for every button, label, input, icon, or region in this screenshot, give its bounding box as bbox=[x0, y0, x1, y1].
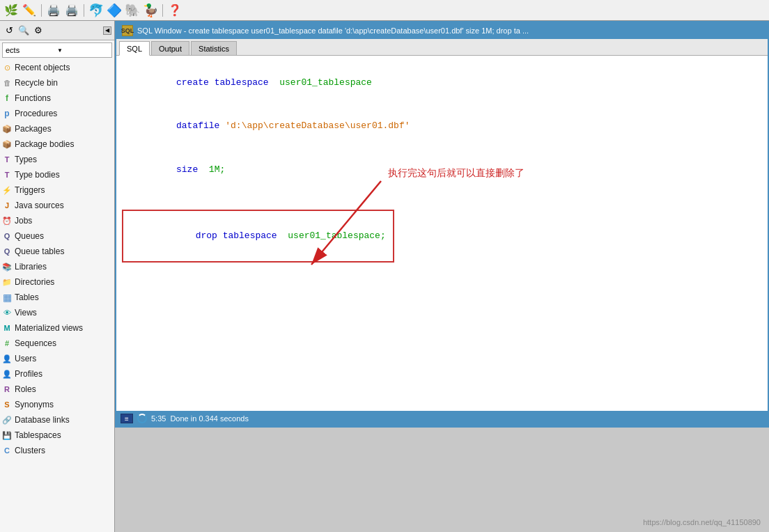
types-icon: T bbox=[1, 154, 13, 165]
sidebar-item-recent-objects[interactable]: ⊙ Recent objects bbox=[0, 60, 114, 75]
sidebar-item-triggers[interactable]: ⚡ Triggers bbox=[0, 182, 114, 198]
sidebar-item-roles[interactable]: R Roles bbox=[0, 382, 114, 397]
database-links-icon: 🔗 bbox=[1, 414, 13, 425]
code-line-5: drop tablespace user01_tablespace; bbox=[130, 214, 386, 258]
sidebar-gear-icon[interactable]: ⚙ bbox=[32, 24, 45, 37]
sidebar-item-label: Tablespaces bbox=[15, 430, 61, 440]
sidebar-item-label: Synonyms bbox=[15, 400, 54, 409]
sidebar-item-queues[interactable]: Q Queues bbox=[0, 228, 114, 244]
sidebar-item-label: Clusters bbox=[15, 446, 45, 455]
sidebar-item-profiles[interactable]: 👤 Profiles bbox=[0, 366, 114, 382]
sidebar-item-label: Profiles bbox=[15, 369, 42, 379]
sidebar-item-label: Users bbox=[15, 354, 36, 363]
recycle-bin-icon: 🗑 bbox=[1, 77, 13, 88]
queue-tables-icon: Q bbox=[1, 246, 13, 257]
toolbar-icon-help[interactable]: ❓ bbox=[166, 3, 183, 18]
status-time: 5:35 bbox=[151, 414, 166, 423]
sidebar-item-tablespaces[interactable]: 💾 Tablespaces bbox=[0, 428, 114, 443]
toolbar-icon-db1[interactable]: 🐬 bbox=[88, 3, 104, 18]
queues-icon: Q bbox=[1, 230, 13, 242]
sidebar-item-sequences[interactable]: # Sequences bbox=[0, 336, 114, 351]
sidebar-item-directories[interactable]: 📁 Directories bbox=[0, 274, 114, 290]
sidebar-objects-dropdown[interactable]: ects ▼ bbox=[2, 42, 112, 58]
sidebar-collapse-button[interactable]: ◀ bbox=[103, 26, 111, 35]
toolbar-icon-plant[interactable]: 🌿 bbox=[3, 3, 20, 18]
sidebar-item-label: Tables bbox=[15, 292, 39, 302]
clusters-icon: C bbox=[1, 445, 13, 456]
toolbar-icon-print1[interactable]: 🖨️ bbox=[45, 3, 62, 18]
sidebar-item-label: Libraries bbox=[15, 262, 47, 272]
code-line-1: create tablespace user01_tablespace bbox=[122, 61, 762, 104]
bottom-panel bbox=[115, 428, 769, 532]
toolbar-icon-db3[interactable]: 🐘 bbox=[124, 3, 141, 18]
main-layout: ↺ 🔍 ⚙ ◀ ects ▼ ⊙ Recent objects 🗑 Recycl… bbox=[0, 21, 769, 532]
sidebar-item-label: Views bbox=[15, 308, 37, 318]
toolbar-icon-db4[interactable]: 🦆 bbox=[142, 3, 159, 18]
sidebar-item-queue-tables[interactable]: Q Queue tables bbox=[0, 244, 114, 259]
status-spinner-icon bbox=[137, 414, 147, 423]
sidebar-item-packages[interactable]: 📦 Packages bbox=[0, 121, 114, 136]
sidebar-item-label: Triggers bbox=[15, 185, 45, 195]
sidebar-item-recycle-bin[interactable]: 🗑 Recycle bin bbox=[0, 75, 114, 91]
tab-sql[interactable]: SQL bbox=[119, 41, 150, 56]
sql-statusbar: ≡ 5:35 Done in 0.344 seconds bbox=[116, 411, 768, 426]
sql-tabs: SQL Output Statistics bbox=[116, 39, 768, 56]
sidebar-item-label: Type bodies bbox=[15, 170, 60, 180]
sidebar-item-label: Package bodies bbox=[15, 139, 74, 149]
synonyms-icon: S bbox=[1, 399, 13, 410]
toolbar-icon-edit[interactable]: ✏️ bbox=[21, 3, 38, 18]
sidebar-item-materialized-views[interactable]: M Materialized views bbox=[0, 320, 114, 336]
sidebar-item-clusters[interactable]: C Clusters bbox=[0, 443, 114, 458]
sidebar-item-users[interactable]: 👤 Users bbox=[0, 351, 114, 366]
content-area: SQL SQL Window - create tablespace user0… bbox=[115, 21, 769, 532]
triggers-icon: ⚡ bbox=[1, 185, 13, 196]
tab-statistics[interactable]: Statistics bbox=[191, 41, 237, 55]
sidebar-item-tables[interactable]: ▦ Tables bbox=[0, 290, 114, 305]
sidebar-item-functions[interactable]: f Functions bbox=[0, 91, 114, 106]
sidebar-item-synonyms[interactable]: S Synonyms bbox=[0, 397, 114, 412]
sql-editor[interactable]: create tablespace user01_tablespace data… bbox=[116, 56, 768, 411]
package-bodies-icon: 📦 bbox=[1, 139, 13, 150]
sidebar-item-label: Roles bbox=[15, 384, 36, 394]
sql-window-icon: SQL bbox=[122, 25, 133, 36]
tab-output[interactable]: Output bbox=[151, 41, 189, 55]
toolbar-icon-db2[interactable]: 🔷 bbox=[106, 3, 123, 18]
sidebar-item-label: Jobs bbox=[15, 216, 32, 226]
procedures-icon: p bbox=[1, 108, 13, 119]
sidebar-item-label: Packages bbox=[15, 124, 52, 134]
status-flag-icon: ≡ bbox=[121, 414, 133, 423]
type-bodies-icon: T bbox=[1, 169, 13, 180]
code-line-3: size 1M; bbox=[122, 148, 762, 191]
sidebar-item-label: Materialized views bbox=[15, 323, 83, 333]
profiles-icon: 👤 bbox=[1, 368, 13, 380]
sidebar-search-icon[interactable]: 🔍 bbox=[17, 24, 30, 37]
packages-icon: 📦 bbox=[1, 123, 13, 134]
sidebar-item-type-bodies[interactable]: T Type bodies bbox=[0, 167, 114, 182]
sidebar-item-jobs[interactable]: ⏰ Jobs bbox=[0, 213, 114, 228]
sql-window-title-text: SQL Window - create tablespace user01_ta… bbox=[137, 26, 529, 35]
toolbar-icon-print2[interactable]: 🖨️ bbox=[63, 3, 80, 18]
sequences-icon: # bbox=[1, 338, 13, 349]
sidebar-item-package-bodies[interactable]: 📦 Package bodies bbox=[0, 136, 114, 152]
materialized-views-icon: M bbox=[1, 322, 13, 334]
code-line-empty bbox=[122, 191, 762, 206]
sidebar-item-label: Functions bbox=[15, 93, 51, 103]
status-message: Done in 0.344 seconds bbox=[170, 414, 249, 423]
sidebar-list: ⊙ Recent objects 🗑 Recycle bin f Functio… bbox=[0, 60, 114, 532]
sidebar-item-label: Database links bbox=[15, 415, 70, 425]
sidebar-item-label: Queues bbox=[15, 231, 44, 241]
sidebar-item-label: Procedures bbox=[15, 109, 57, 118]
main-toolbar: 🌿 ✏️ 🖨️ 🖨️ 🐬 🔷 🐘 🦆 ❓ bbox=[0, 0, 769, 21]
sidebar-item-libraries[interactable]: 📚 Libraries bbox=[0, 259, 114, 274]
sidebar: ↺ 🔍 ⚙ ◀ ects ▼ ⊙ Recent objects 🗑 Recycl… bbox=[0, 21, 115, 532]
sidebar-item-views[interactable]: 👁 Views bbox=[0, 305, 114, 320]
sidebar-refresh-icon[interactable]: ↺ bbox=[3, 24, 15, 37]
sidebar-toolbar: ↺ 🔍 ⚙ ◀ bbox=[0, 21, 114, 40]
toolbar-separator-1 bbox=[41, 4, 42, 17]
sidebar-item-java-sources[interactable]: J Java sources bbox=[0, 198, 114, 213]
sidebar-item-procedures[interactable]: p Procedures bbox=[0, 106, 114, 121]
sidebar-item-types[interactable]: T Types bbox=[0, 152, 114, 167]
sql-window: SQL SQL Window - create tablespace user0… bbox=[115, 21, 769, 428]
highlighted-code-block: drop tablespace user01_tablespace; bbox=[122, 210, 394, 263]
sidebar-item-database-links[interactable]: 🔗 Database links bbox=[0, 412, 114, 428]
